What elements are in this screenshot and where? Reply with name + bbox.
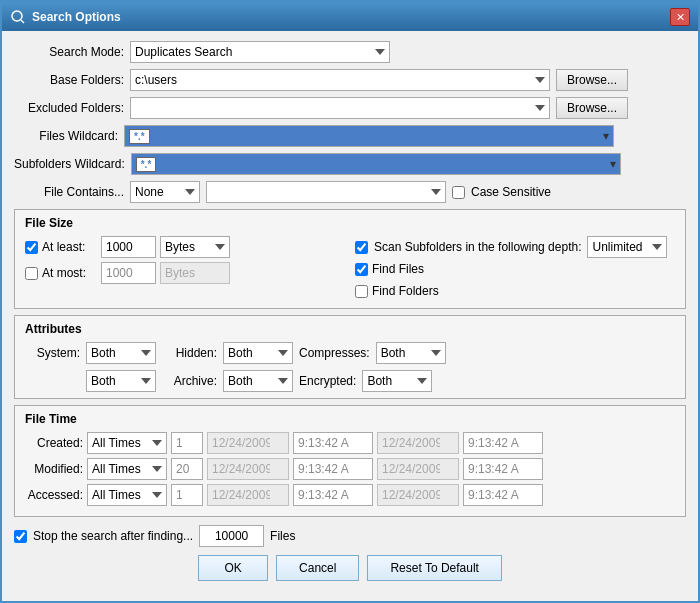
- modified-select[interactable]: All Times: [87, 458, 167, 480]
- files-wildcard-row: Files Wildcard: *.*: [14, 125, 686, 147]
- file-contains-select[interactable]: None: [130, 181, 200, 203]
- accessed-time2[interactable]: [463, 484, 543, 506]
- accessed-select[interactable]: All Times: [87, 484, 167, 506]
- excluded-folders-label: Excluded Folders:: [14, 101, 124, 115]
- svg-line-1: [21, 20, 24, 23]
- attributes-grid: System: Both Hidden: Both Compresses: Bo…: [25, 342, 675, 392]
- ok-button[interactable]: OK: [198, 555, 268, 581]
- accessed-time1-wrapper: [293, 484, 373, 506]
- at-least-unit-select[interactable]: Bytes: [160, 236, 230, 258]
- accessed-label: Accessed:: [25, 488, 83, 502]
- stop-value-input[interactable]: [199, 525, 264, 547]
- created-time1-wrapper: [293, 432, 373, 454]
- archive-label: Archive:: [162, 374, 217, 388]
- reset-button[interactable]: Reset To Default: [367, 555, 502, 581]
- at-most-input[interactable]: [101, 262, 156, 284]
- search-mode-select[interactable]: Duplicates Search: [130, 41, 390, 63]
- at-most-label: At most:: [42, 266, 97, 280]
- created-time2[interactable]: [463, 432, 543, 454]
- file-time-title: File Time: [25, 412, 675, 426]
- modified-time1-wrapper: [293, 458, 373, 480]
- button-row: OK Cancel Reset To Default: [14, 555, 686, 581]
- close-button[interactable]: ✕: [670, 8, 690, 26]
- scan-depth-row: Scan Subfolders in the following depth: …: [355, 236, 675, 258]
- subfolders-wildcard-display[interactable]: *.*: [131, 153, 621, 175]
- scan-subfolders-checkbox[interactable]: [355, 241, 368, 254]
- hidden-select[interactable]: Both: [223, 342, 293, 364]
- excluded-folders-row: Excluded Folders: Browse...: [14, 97, 686, 119]
- find-folders-label: Find Folders: [372, 284, 439, 298]
- titlebar-title: Search Options: [32, 10, 121, 24]
- accessed-date1-select[interactable]: 12/24/2009: [207, 484, 289, 506]
- subfolders-wildcard-icon: *.*: [136, 157, 157, 172]
- encrypted-select[interactable]: Both: [362, 370, 432, 392]
- stop-search-label: Stop the search after finding...: [33, 529, 193, 543]
- dialog-icon: [10, 9, 26, 25]
- at-most-checkbox[interactable]: [25, 267, 38, 280]
- attr-row-1: System: Both Hidden: Both Compresses: Bo…: [25, 342, 675, 364]
- attributes-title: Attributes: [25, 322, 675, 336]
- accessed-num[interactable]: [171, 484, 203, 506]
- svg-point-0: [12, 11, 22, 21]
- created-time2-wrapper: [463, 432, 543, 454]
- file-size-left: At least: Bytes At most: Bytes: [25, 236, 345, 302]
- stop-search-checkbox[interactable]: [14, 530, 27, 543]
- base-folders-browse-button[interactable]: Browse...: [556, 69, 628, 91]
- at-most-unit-select[interactable]: Bytes: [160, 262, 230, 284]
- modified-time1[interactable]: [293, 458, 373, 480]
- created-date2-select[interactable]: 12/24/2009: [377, 432, 459, 454]
- file-contains-value-select[interactable]: [206, 181, 446, 203]
- find-files-checkbox[interactable]: [355, 263, 368, 276]
- modified-row: Modified: All Times 12/24/2009 12/24/200…: [25, 458, 675, 480]
- created-select[interactable]: All Times: [87, 432, 167, 454]
- created-label: Created:: [25, 436, 83, 450]
- files-label: Files: [270, 529, 295, 543]
- base-folders-select[interactable]: c:\users: [130, 69, 550, 91]
- modified-date1-select[interactable]: 12/24/2009: [207, 458, 289, 480]
- dialog-content: Search Mode: Duplicates Search Base Fold…: [2, 31, 698, 601]
- modified-time2[interactable]: [463, 458, 543, 480]
- cancel-button[interactable]: Cancel: [276, 555, 359, 581]
- file-contains-row: File Contains... None Case Sensitive: [14, 181, 686, 203]
- system-label: System:: [25, 346, 80, 360]
- accessed-row: Accessed: All Times 12/24/2009 12/24/200…: [25, 484, 675, 506]
- excluded-folders-browse-button[interactable]: Browse...: [556, 97, 628, 119]
- files-wildcard-display[interactable]: *.*: [124, 125, 614, 147]
- at-least-input[interactable]: [101, 236, 156, 258]
- attr-row-2: Both Archive: Both Encrypted: Both: [25, 370, 675, 392]
- files-wildcard-label: Files Wildcard:: [14, 129, 124, 143]
- at-least-row: At least: Bytes: [25, 236, 345, 258]
- file-contains-label: File Contains...: [14, 185, 124, 199]
- created-time1[interactable]: [293, 432, 373, 454]
- attr-row2-col1-select[interactable]: Both: [86, 370, 156, 392]
- find-files-row: Find Files: [355, 262, 675, 276]
- scan-subfolders-label: Scan Subfolders in the following depth:: [374, 240, 581, 254]
- modified-date2-select[interactable]: 12/24/2009: [377, 458, 459, 480]
- system-select[interactable]: Both: [86, 342, 156, 364]
- files-wildcard-icon: *.*: [129, 129, 150, 144]
- created-date1-select[interactable]: 12/24/2009: [207, 432, 289, 454]
- modified-num[interactable]: [171, 458, 203, 480]
- attributes-section: Attributes System: Both Hidden: Both Com…: [14, 315, 686, 399]
- file-time-section: File Time Created: All Times 12/24/2009 …: [14, 405, 686, 517]
- base-folders-row: Base Folders: c:\users Browse...: [14, 69, 686, 91]
- compresses-select[interactable]: Both: [376, 342, 446, 364]
- case-sensitive-checkbox[interactable]: [452, 186, 465, 199]
- base-folders-label: Base Folders:: [14, 73, 124, 87]
- created-num[interactable]: [171, 432, 203, 454]
- encrypted-label: Encrypted:: [299, 374, 356, 388]
- at-most-row: At most: Bytes: [25, 262, 345, 284]
- case-sensitive-label: Case Sensitive: [471, 185, 551, 199]
- accessed-time1[interactable]: [293, 484, 373, 506]
- excluded-folders-select[interactable]: [130, 97, 550, 119]
- find-folders-checkbox[interactable]: [355, 285, 368, 298]
- at-least-checkbox[interactable]: [25, 241, 38, 254]
- accessed-date2-select[interactable]: 12/24/2009: [377, 484, 459, 506]
- file-size-section: File Size At least: Bytes At most:: [14, 209, 686, 309]
- archive-select[interactable]: Both: [223, 370, 293, 392]
- scan-depth-select[interactable]: Unlimited: [587, 236, 667, 258]
- search-options-dialog: Search Options ✕ Search Mode: Duplicates…: [0, 0, 700, 603]
- modified-time2-wrapper: [463, 458, 543, 480]
- find-files-label: Find Files: [372, 262, 424, 276]
- at-least-label: At least:: [42, 240, 97, 254]
